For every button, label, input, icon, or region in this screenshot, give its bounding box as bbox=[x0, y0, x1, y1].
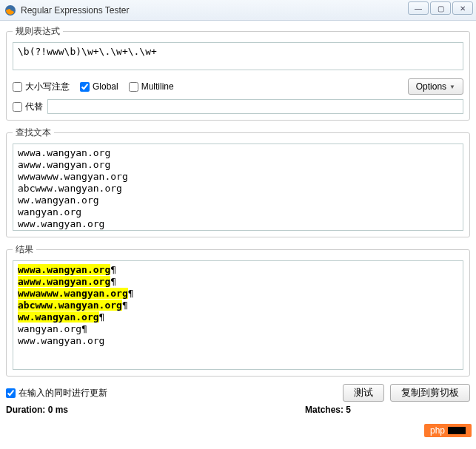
result-line: www.wangyan.org bbox=[18, 335, 458, 347]
watermark-block bbox=[448, 427, 466, 434]
match-highlight: wwwa.wangyan.org bbox=[18, 264, 110, 275]
match-highlight: ww.wangyan.org bbox=[18, 311, 99, 323]
search-text-legend: 查找文本 bbox=[13, 126, 54, 139]
result-line: wangyan.org¶ bbox=[18, 323, 458, 335]
watermark-text: php bbox=[430, 425, 445, 436]
global-label: Global bbox=[93, 81, 118, 92]
result-line: awww.wangyan.org¶ bbox=[18, 276, 458, 288]
options-button[interactable]: Options ▼ bbox=[408, 78, 463, 95]
replace-label: 代替 bbox=[25, 101, 43, 113]
replace-row: 代替 bbox=[13, 99, 463, 114]
minimize-button[interactable]: — bbox=[408, 1, 429, 15]
search-text-input[interactable]: wwwa.wangyan.org awww.wangyan.org wwwaww… bbox=[13, 144, 463, 231]
options-label: Options bbox=[416, 81, 446, 92]
test-button[interactable]: 测试 bbox=[343, 384, 384, 402]
watermark: php bbox=[424, 424, 472, 437]
match-highlight: abcwww.wangyan.org bbox=[18, 300, 122, 311]
result-rest: ¶ bbox=[110, 276, 116, 287]
multiline-checkbox[interactable]: Multiline bbox=[129, 81, 174, 92]
result-rest: ¶ bbox=[110, 264, 116, 275]
results-group: 结果 wwwa.wangyan.org¶awww.wangyan.org¶www… bbox=[6, 243, 470, 377]
matches-label: Matches: 5 bbox=[305, 405, 351, 415]
result-line: abcwww.wangyan.org¶ bbox=[18, 300, 458, 311]
status-bar: Duration: 0 ms Matches: 5 bbox=[0, 402, 476, 418]
replace-checkbox[interactable]: 代替 bbox=[13, 101, 43, 113]
results-legend: 结果 bbox=[13, 243, 36, 256]
case-sensitive-label: 大小写注意 bbox=[25, 81, 70, 93]
titlebar: Regular Expressions Tester — ▢ ✕ bbox=[0, 0, 476, 21]
window-controls: — ▢ ✕ bbox=[408, 1, 473, 15]
replace-input[interactable] bbox=[47, 99, 463, 114]
content: 规则表达式 \b(?!www\b)\w+\.\w+\.\w+ 大小写注意 Glo… bbox=[0, 21, 476, 377]
case-sensitive-input[interactable] bbox=[13, 82, 22, 92]
copy-button[interactable]: 复制到剪切板 bbox=[390, 384, 470, 402]
auto-update-input[interactable] bbox=[6, 388, 16, 398]
result-line: wwwawww.wangyan.org¶ bbox=[18, 288, 458, 300]
global-checkbox[interactable]: Global bbox=[80, 81, 118, 92]
footer-controls: 在输入的同时进行更新 测试 复制到剪切板 bbox=[0, 382, 476, 402]
auto-update-label: 在输入的同时进行更新 bbox=[19, 387, 107, 399]
result-rest: ¶ bbox=[99, 311, 105, 323]
result-rest: ¶ bbox=[122, 300, 128, 311]
results-output[interactable]: wwwa.wangyan.org¶awww.wangyan.org¶wwwaww… bbox=[13, 260, 463, 370]
global-input[interactable] bbox=[80, 82, 90, 92]
regex-input[interactable]: \b(?!www\b)\w+\.\w+\.\w+ bbox=[13, 42, 463, 70]
result-line: ww.wangyan.org¶ bbox=[18, 311, 458, 323]
regex-options-row: 大小写注意 Global Multiline Options ▼ bbox=[13, 78, 463, 95]
match-highlight: awww.wangyan.org bbox=[18, 276, 110, 287]
result-rest: ¶ bbox=[128, 288, 134, 299]
search-text-group: 查找文本 wwwa.wangyan.org awww.wangyan.org w… bbox=[6, 126, 470, 237]
result-rest: www.wangyan.org bbox=[18, 335, 104, 346]
duration-label: Duration: 0 ms bbox=[6, 405, 68, 415]
match-highlight: wwwawww.wangyan.org bbox=[18, 288, 128, 299]
auto-update-checkbox[interactable]: 在输入的同时进行更新 bbox=[6, 387, 107, 399]
regex-group: 规则表达式 \b(?!www\b)\w+\.\w+\.\w+ 大小写注意 Glo… bbox=[6, 25, 470, 121]
window-title: Regular Expressions Tester bbox=[21, 5, 130, 16]
result-rest: wangyan.org¶ bbox=[18, 323, 87, 334]
replace-input-checkbox[interactable] bbox=[13, 102, 22, 112]
firefox-icon bbox=[4, 4, 16, 16]
close-button[interactable]: ✕ bbox=[452, 1, 473, 15]
result-line: wwwa.wangyan.org¶ bbox=[18, 264, 458, 276]
regex-legend: 规则表达式 bbox=[13, 25, 63, 38]
multiline-label: Multiline bbox=[141, 81, 174, 92]
case-sensitive-checkbox[interactable]: 大小写注意 bbox=[13, 81, 70, 93]
multiline-input[interactable] bbox=[129, 82, 138, 92]
maximize-button[interactable]: ▢ bbox=[430, 1, 451, 15]
chevron-down-icon: ▼ bbox=[449, 84, 455, 90]
